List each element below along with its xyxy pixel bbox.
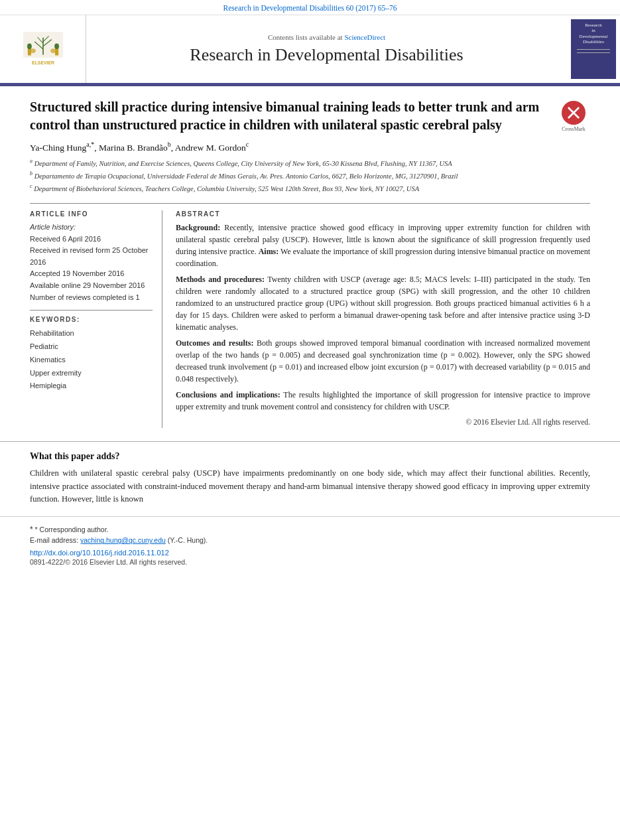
email-link[interactable]: yaching.hung@qc.cuny.edu <box>80 536 166 544</box>
history-label: Article history: <box>30 222 153 234</box>
journal-citation-text: Research in Developmental Disabilities 6… <box>223 4 397 12</box>
available-date: Available online 29 November 2016 <box>30 280 153 292</box>
affiliations-block: a Department of Family, Nutrition, and E… <box>30 157 590 194</box>
email-label: E-mail address: <box>30 536 78 544</box>
abstract-methods: Methods and procedures: Twenty children … <box>176 273 590 333</box>
accepted-date: Accepted 19 November 2016 <box>30 268 153 280</box>
journal-title: Research in Developmental Disabilities <box>190 45 463 65</box>
svg-point-12 <box>50 48 56 53</box>
abstract-label: ABSTRACT <box>176 210 590 218</box>
keyword-4: Upper extremity <box>30 367 153 380</box>
abstract-outcomes: Outcomes and results: Both groups showed… <box>176 337 590 385</box>
info-divider <box>30 310 153 311</box>
main-content-area: Structured skill practice during intensi… <box>0 86 620 435</box>
rights-text: 0891-4222/© 2016 Elsevier Ltd. All right… <box>30 558 187 566</box>
star-icon: * <box>30 525 33 534</box>
authors-line: Ya-Ching Hunga,*, Marina B. Brandãob, An… <box>30 141 590 153</box>
svg-point-11 <box>30 48 36 53</box>
svg-point-10 <box>54 43 59 49</box>
journal-title-area: Contents lists available at ScienceDirec… <box>86 15 567 83</box>
journal-header: ELSEVIER Contents lists available at Sci… <box>0 15 620 85</box>
keywords-list: Rehabilitation Pediatric Kinematics Uppe… <box>30 327 153 393</box>
crossmark-svg-icon <box>566 105 581 120</box>
article-history-block: Article history: Received 6 April 2016 R… <box>30 222 153 303</box>
journal-thumbnail: ResearchinDevelopmentalDisabilities <box>567 15 620 83</box>
keyword-1: Rehabilitation <box>30 327 153 340</box>
abstract-background: Background: Recently, intensive practice… <box>176 222 590 269</box>
methods-label: Methods and procedures: <box>176 275 265 284</box>
science-direct-link[interactable]: ScienceDirect <box>344 33 385 41</box>
keyword-2: Pediatric <box>30 340 153 354</box>
reviews-count: Number of reviews completed is 1 <box>30 292 153 304</box>
crossmark-badge: CrossMark <box>557 101 590 132</box>
body-section-title: What this paper adds? <box>30 451 590 462</box>
doi-link[interactable]: http://dx.doi.org/10.1016/j.ridd.2016.11… <box>30 549 590 557</box>
keyword-3: Kinematics <box>30 354 153 367</box>
abstract-column: ABSTRACT Background: Recently, intensive… <box>176 210 590 428</box>
email-note: E-mail address: yaching.hung@qc.cuny.edu… <box>30 535 590 546</box>
thumb-journal-title: ResearchinDevelopmentalDisabilities <box>580 23 608 45</box>
revised-date: Received in revised form 25 October 2016 <box>30 245 153 268</box>
body-paragraph: Children with unilateral spastic cerebra… <box>30 467 590 506</box>
svg-point-8 <box>27 43 32 49</box>
body-section: What this paper adds? Children with unil… <box>0 441 620 506</box>
crossmark-icon <box>562 101 586 125</box>
article-title-section: Structured skill practice during intensi… <box>30 98 590 134</box>
background-label: Background: <box>176 223 220 232</box>
abstract-content: Background: Recently, intensive practice… <box>176 222 590 428</box>
keywords-label: Keywords: <box>30 316 153 323</box>
journal-citation-bar: Research in Developmental Disabilities 6… <box>0 0 620 15</box>
elsevier-logo-area: ELSEVIER <box>0 15 86 83</box>
affiliation-b: b Departamento de Terapia Ocupacional, U… <box>30 170 590 181</box>
svg-text:ELSEVIER: ELSEVIER <box>32 60 54 65</box>
article-title: Structured skill practice during intensi… <box>30 98 547 134</box>
received-date: Received 6 April 2016 <box>30 234 153 245</box>
copyright-notice: © 2016 Elsevier Ltd. All rights reserved… <box>176 417 590 428</box>
two-column-section: ARTICLE INFO Article history: Received 6… <box>30 203 590 428</box>
article-info-label: ARTICLE INFO <box>30 210 153 218</box>
conclusions-label: Conclusions and implications: <box>176 390 280 399</box>
author3-name: , Andrew M. Gordon <box>171 143 246 153</box>
corresponding-label: * Corresponding author. <box>35 525 109 533</box>
corresponding-author-note: * * Corresponding author. <box>30 524 590 535</box>
author1-sup: a,* <box>86 141 94 148</box>
author3-sup: c <box>246 141 249 148</box>
affiliation-a: a Department of Family, Nutrition, and E… <box>30 157 590 169</box>
affiliation-c: c Department of Biobehavioral Sciences, … <box>30 182 590 194</box>
outcomes-label: Outcomes and results: <box>176 338 253 348</box>
author1-name: Ya-Ching Hung <box>30 143 86 153</box>
keyword-5: Hemiplegia <box>30 380 153 393</box>
aims-label: Aims: <box>259 247 279 256</box>
crossmark-label: CrossMark <box>562 126 586 132</box>
abstract-conclusions: Conclusions and implications: The result… <box>176 389 590 413</box>
elsevier-tree-icon: ELSEVIER <box>13 29 73 69</box>
email-person: (Y.-C. Hung). <box>168 536 208 544</box>
author2-name: , Marina B. Brandão <box>94 143 168 153</box>
page-footer: * * Corresponding author. E-mail address… <box>0 516 620 573</box>
contents-available-text: Contents lists available at ScienceDirec… <box>268 33 385 41</box>
article-info-column: ARTICLE INFO Article history: Received 6… <box>30 210 162 428</box>
